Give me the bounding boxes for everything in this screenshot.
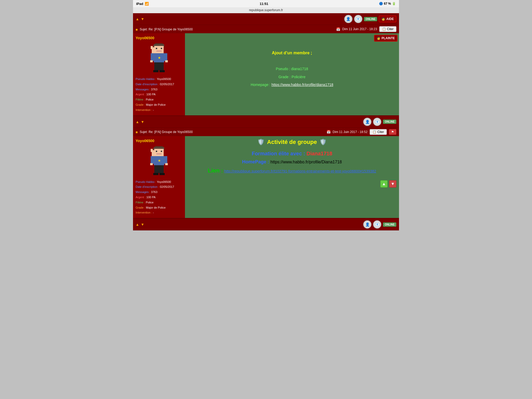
arrow-up-3[interactable]: ▲ [136, 222, 139, 227]
post-1-avatar: ★ [136, 42, 182, 74]
arrow-up-1[interactable]: ▲ [136, 17, 139, 21]
online-badge-2: ONLINE [383, 119, 396, 124]
post-1-user-sidebar: Yoyo06500 [133, 33, 185, 115]
svg-rect-28 [151, 149, 153, 152]
post-2-username: Yoyo06500 [136, 139, 182, 143]
url-bar[interactable]: republique.superforum.fr [133, 7, 399, 13]
citer-icon-2: 📋 [373, 130, 376, 134]
pseudo-label: Pseudo : [276, 67, 290, 71]
report-button-2[interactable]: ⚑ [389, 129, 396, 135]
svg-rect-3 [154, 46, 164, 53]
profile-icon-2[interactable]: 👤 [363, 118, 371, 126]
lien-link[interactable]: http://republique.superforum.fr/t102791-… [224, 169, 376, 173]
post-2-body: 🛡️ Activité de groupe 🛡️ Formation élite… [185, 136, 399, 218]
status-bar: iPad 📶 11:51 🔵 67 % 🔋 [133, 0, 399, 7]
mp-icon-2[interactable]: 📧 [373, 118, 381, 126]
status-bar-time: 11:51 [260, 2, 268, 6]
device-label: iPad [136, 2, 143, 6]
post-2-subject-row: ◼ Sujet: Re: [P.N] Groupe de Yoyo06500 📅… [133, 128, 399, 136]
plainte-button-1[interactable]: 🧑 PLAINTE [374, 35, 397, 42]
scroll-up-arrow[interactable]: ▲ [380, 180, 388, 188]
svg-rect-36 [154, 168, 158, 174]
citer-icon-1: 📋 [382, 27, 386, 31]
post-2: ▲ ▼ 👤 📧 ONLINE ◼ Sujet: Re: [P.N] Groupe… [133, 116, 399, 219]
post-3-action-icons: 👤 📧 ONLINE [363, 220, 396, 229]
post-2-subject: ◼ Sujet: Re: [P.N] Groupe de Yoyo06500 [136, 130, 193, 134]
svg-rect-39 [159, 173, 165, 175]
post-1-nav-arrows: ▲ ▼ [136, 17, 144, 21]
mp-icon-3[interactable]: 📧 [373, 220, 381, 229]
mp-icon-1[interactable]: 📧 [354, 15, 362, 23]
post-1-subject: ◼ Sujet: Re: [P.N] Groupe de Yoyo06500 [136, 27, 193, 31]
shield-right: 🛡️ [320, 139, 327, 145]
grade-label-content: Grade : [278, 75, 291, 79]
arrow-down-2[interactable]: ▼ [141, 120, 144, 124]
profile-icon-1[interactable]: 👤 [344, 15, 353, 23]
svg-text:★: ★ [158, 56, 161, 60]
aide-icon-1: 🧑 [381, 17, 385, 21]
svg-rect-13 [150, 60, 153, 62]
battery-icon: 🔋 [392, 2, 396, 5]
svg-rect-11 [151, 53, 154, 61]
post-1-username: Yoyo06500 [136, 36, 182, 40]
svg-rect-24 [156, 151, 157, 152]
arrow-down-3[interactable]: ▼ [141, 222, 144, 227]
svg-rect-37 [160, 168, 164, 174]
post-3-header-bar: ▲ ▼ 👤 📧 ONLINE [133, 219, 399, 230]
svg-rect-16 [154, 65, 158, 71]
svg-rect-23 [154, 149, 164, 156]
forum-content: ▲ ▼ 👤 📧 ONLINE 🧑 AIDE ◼ Sujet: Re: [P.N]… [133, 13, 399, 230]
post-1-full: Yoyo06500 [133, 33, 399, 115]
url-text: republique.superforum.fr [249, 8, 283, 12]
homepage-link-1[interactable]: https://www.habbo.fr/profile/diana1718 [271, 83, 333, 87]
arrow-down-1[interactable]: ▼ [141, 17, 144, 21]
subject-icon-2: ◼ [136, 131, 138, 134]
bluetooth-icon: 🔵 [379, 2, 383, 5]
online-badge-3: ONLINE [383, 222, 396, 227]
svg-rect-6 [156, 51, 162, 51]
post-1-header-bar: ▲ ▼ 👤 📧 ONLINE 🧑 AIDE [133, 13, 399, 25]
scroll-down-arrow[interactable]: ▼ [389, 180, 396, 188]
argent-label-1: Argent [136, 93, 144, 96]
post-1-body: 🧑 PLAINTE Ajout d'un membre ; Pseudo : d… [185, 33, 399, 115]
add-member-title: Ajout d'un membre ; [190, 48, 394, 57]
subject-icon-1: ◼ [136, 28, 138, 31]
svg-rect-18 [153, 70, 158, 72]
aide-button-1[interactable]: 🧑 AIDE [379, 16, 396, 22]
post-2-content: 🛡️ Activité de groupe 🛡️ Formation élite… [185, 136, 399, 179]
avatar-svg-2: ★ [149, 145, 169, 176]
intervention-label-1: Intervention [136, 108, 150, 111]
post-1-action-icons: 👤 📧 ONLINE 🧑 AIDE [344, 15, 396, 23]
post-2-nav-arrows: ▲ ▼ [136, 120, 144, 124]
svg-rect-12 [164, 53, 167, 61]
homepage-label: Homepage : [251, 83, 270, 87]
svg-rect-4 [156, 48, 157, 49]
argent-label-2: Argent [136, 196, 144, 199]
svg-rect-33 [150, 163, 153, 165]
citer-button-1[interactable]: 📋 Citer [379, 26, 396, 32]
post-1-date-area: 📅 Dim 11 Juin 2017 - 18:23 📋 Citer [336, 26, 396, 32]
formation-line: Formation élite avec : Diana1718 [190, 151, 394, 157]
grade-label-2: Grade [136, 206, 144, 209]
svg-text:★: ★ [158, 158, 161, 163]
svg-rect-26 [156, 154, 162, 154]
online-badge-1: ONLINE [364, 17, 377, 21]
post-1-content: Ajout d'un membre ; Pseudo : diana1718 G… [185, 43, 399, 94]
post-2-avatar: ★ [136, 145, 182, 177]
post-2-date-area: 📅 Dim 11 Juin 2017 - 18:52 📋 Citer ⚑ [327, 129, 396, 135]
arrow-up-2[interactable]: ▲ [136, 120, 139, 124]
grade-value: Policière [291, 75, 305, 79]
profile-icon-3[interactable]: 👤 [363, 220, 371, 229]
svg-rect-19 [159, 70, 165, 72]
date-inscription-label-2: Date d'inscription [136, 185, 157, 188]
svg-rect-38 [153, 173, 158, 175]
post-2-header-bar: ▲ ▼ 👤 📧 ONLINE [133, 116, 399, 128]
intervention-label-2: Intervention [136, 211, 150, 214]
date-icon-2: 📅 [327, 130, 331, 134]
wifi-icon: 📶 [145, 2, 149, 6]
post-2-user-stats: Pseudo Habbo : Yoyo06500 Date d'inscript… [136, 179, 182, 216]
svg-rect-14 [165, 60, 168, 62]
citer-button-2[interactable]: 📋 Citer [370, 129, 387, 135]
svg-rect-25 [161, 151, 162, 152]
post-1-top-actions: 🧑 PLAINTE [185, 33, 399, 43]
